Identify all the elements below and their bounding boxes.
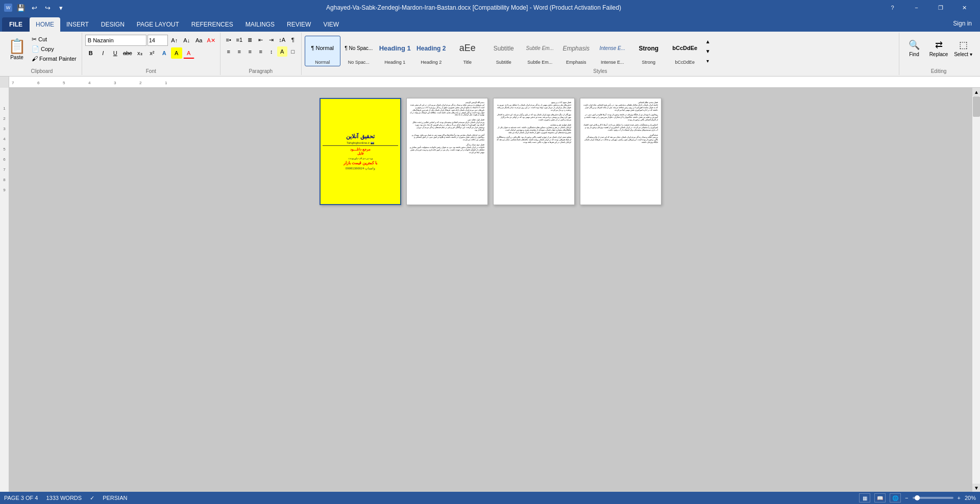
select-button[interactable]: ⬚ Select ▾ xyxy=(951,35,975,61)
scroll-track[interactable] xyxy=(972,96,980,484)
find-icon: 🔍 xyxy=(909,39,920,51)
style-emphasis-preview: Emphasis xyxy=(562,37,590,60)
page-2[interactable]: بسم الله الرحمن الرحیم این پژوهش به بررس… xyxy=(406,98,488,205)
web-layout-button[interactable]: 🌐 xyxy=(890,493,901,502)
style-heading2[interactable]: Heading 2 Heading 2 xyxy=(413,36,449,66)
zoom-out-button[interactable]: − xyxy=(905,495,908,501)
decrease-indent-button[interactable]: ⇤ xyxy=(256,35,266,45)
read-mode-button[interactable]: 📖 xyxy=(874,493,886,502)
styles-scroll-up[interactable]: ▲ xyxy=(704,37,712,46)
style-subtitle[interactable]: Subtitle Subtitle xyxy=(486,36,522,66)
print-layout-view-button[interactable]: ▦ xyxy=(859,493,870,502)
shading-button[interactable]: A xyxy=(277,46,287,57)
style-heading1[interactable]: Heading 1 Heading 1 xyxy=(377,36,413,66)
customize-quick-access-button[interactable]: ▾ xyxy=(55,2,66,13)
font-color-button[interactable]: A xyxy=(183,47,194,59)
superscript-button[interactable]: x² xyxy=(146,47,158,59)
numbering-button[interactable]: ≡1 xyxy=(234,35,244,45)
ad-website-text: Tahghighonline.ir xyxy=(347,141,370,144)
align-right-button[interactable]: ≡ xyxy=(245,46,255,57)
style-emphasis[interactable]: Emphasis Emphasis xyxy=(558,36,594,66)
page-1[interactable]: تحقیق آنلاین Tahghighonline.ir 📷 مرجع دا… xyxy=(320,98,401,205)
proofing-icon: ✓ xyxy=(90,495,94,501)
font-size-input[interactable] xyxy=(148,35,168,46)
style-intense-e[interactable]: Intense E... Intense E... xyxy=(595,36,630,66)
align-center-button[interactable]: ≡ xyxy=(234,46,244,57)
tab-page-layout[interactable]: PAGE LAYOUT xyxy=(131,17,185,32)
tab-view[interactable]: VIEW xyxy=(317,17,345,32)
clear-formatting-button[interactable]: A✕ xyxy=(206,35,217,46)
style-subtle-em-label: Subtle Em... xyxy=(527,60,552,65)
style-no-spacing[interactable]: ¶ No Spac... No Spac... xyxy=(341,36,377,66)
clipboard-group-label: Clipboard xyxy=(5,67,79,74)
paste-button[interactable]: 📋 Paste xyxy=(5,35,29,64)
styles-group-label: Styles xyxy=(305,67,896,74)
increase-font-size-button[interactable]: A↑ xyxy=(169,35,180,46)
change-case-button[interactable]: Aa xyxy=(193,35,205,46)
style-normal[interactable]: ¶ Normal Normal xyxy=(305,36,340,66)
format-painter-button[interactable]: 🖌 Format Painter xyxy=(30,54,79,63)
text-highlight-button[interactable]: A xyxy=(171,47,182,59)
styles-scroll: ▲ ▼ ▾ xyxy=(704,37,712,65)
borders-button[interactable]: □ xyxy=(288,46,298,57)
scroll-down-arrow[interactable]: ▼ xyxy=(972,484,980,492)
show-hide-button[interactable]: ¶ xyxy=(288,35,298,45)
styles-expand[interactable]: ▾ xyxy=(704,56,712,65)
save-button[interactable]: 💾 xyxy=(15,2,27,13)
style-bccdee[interactable]: bCcDdEe bCcDdEe xyxy=(667,36,703,66)
font-name-input[interactable] xyxy=(85,35,146,46)
style-intense-e-label: Intense E... xyxy=(601,60,624,65)
find-button[interactable]: 🔍 Find xyxy=(902,35,926,61)
style-normal-label: Normal xyxy=(315,60,330,65)
text-effects-button[interactable]: A xyxy=(159,47,170,59)
italic-button[interactable]: I xyxy=(97,47,109,59)
tab-file[interactable]: FILE xyxy=(2,17,30,32)
style-strong[interactable]: Strong Strong xyxy=(631,36,667,66)
tab-mailings[interactable]: MAILINGS xyxy=(239,17,281,32)
tab-review[interactable]: REVIEW xyxy=(281,17,317,32)
page-4[interactable]: فصل پنجم: نظام اجتماعی جامعه ایران باستا… xyxy=(580,98,662,205)
tab-home[interactable]: HOME xyxy=(30,17,60,32)
cut-button[interactable]: ✂ Cut xyxy=(30,35,79,44)
style-heading2-label: Heading 2 xyxy=(421,60,442,65)
sign-in-button[interactable]: Sign in xyxy=(947,20,978,27)
zoom-in-button[interactable]: + xyxy=(958,495,961,501)
restore-button[interactable]: ❐ xyxy=(929,0,952,15)
style-heading1-preview: Heading 1 xyxy=(379,37,411,60)
replace-button[interactable]: ⇄ Replace xyxy=(927,35,950,61)
help-button[interactable]: ? xyxy=(881,0,904,15)
minimize-button[interactable]: − xyxy=(905,0,928,15)
page-3[interactable]: فصل سوم: آداب و رسوم جشن‌های ملی و مذهبی… xyxy=(493,98,575,205)
redo-button[interactable]: ↪ xyxy=(42,2,53,13)
tab-references[interactable]: REFERENCES xyxy=(185,17,239,32)
multilevel-list-button[interactable]: ≣ xyxy=(245,35,255,45)
line-spacing-button[interactable]: ↕ xyxy=(266,46,277,57)
ruler-mark-5: 5 xyxy=(63,81,65,85)
justify-button[interactable]: ≡ xyxy=(256,46,266,57)
copy-button[interactable]: 📄 Copy xyxy=(30,44,79,54)
sort-button[interactable]: ↕A xyxy=(277,35,287,45)
scroll-thumb[interactable] xyxy=(973,96,980,117)
undo-button[interactable]: ↩ xyxy=(29,2,40,13)
style-subtitle-preview: Subtitle xyxy=(494,37,514,60)
style-subtle-em[interactable]: Subtle Em... Subtle Em... xyxy=(522,36,558,66)
decrease-font-size-button[interactable]: A↓ xyxy=(181,35,192,46)
underline-button[interactable]: U xyxy=(110,47,121,59)
zoom-slider[interactable] xyxy=(913,497,953,499)
strikethrough-button[interactable]: abc xyxy=(122,47,133,59)
scroll-up-arrow[interactable]: ▲ xyxy=(972,88,980,96)
close-button[interactable]: ✕ xyxy=(953,0,976,15)
align-left-button[interactable]: ≡ xyxy=(224,46,234,57)
bold-button[interactable]: B xyxy=(85,47,96,59)
styles-scroll-down[interactable]: ▼ xyxy=(704,46,712,56)
document-scroll[interactable]: تحقیق آنلاین Tahghighonline.ir 📷 مرجع دا… xyxy=(9,88,972,492)
increase-indent-button[interactable]: ⇥ xyxy=(266,35,277,45)
zoom-thumb xyxy=(915,495,920,500)
tab-insert[interactable]: INSERT xyxy=(60,17,95,32)
style-title[interactable]: aЕe Title xyxy=(450,36,485,66)
subscript-button[interactable]: x₂ xyxy=(134,47,145,59)
ad-camera-icon: 📷 xyxy=(371,141,374,144)
bullets-button[interactable]: ≡• xyxy=(224,35,234,45)
tab-design[interactable]: DESIGN xyxy=(95,17,131,32)
format-painter-icon: 🖌 xyxy=(32,55,38,62)
